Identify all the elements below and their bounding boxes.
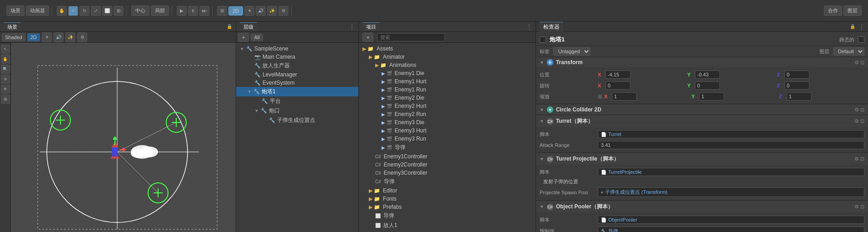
component-header-turret[interactable]: ▼ C# Turret（脚本） ⚙ ⊡ <box>536 116 868 127</box>
hierarchy-tab[interactable]: 层级 <box>240 22 257 31</box>
project-item-missile_prefab[interactable]: ⬜导弹 <box>359 211 536 221</box>
hierarchy-item-spawn-point[interactable]: 🔧子弹生成位置点 <box>236 116 358 125</box>
grid-tool[interactable]: ⊞ <box>1 95 10 104</box>
static-checkbox[interactable] <box>858 36 864 43</box>
y-field-transform-1[interactable] <box>695 81 720 90</box>
hierarchy-add-btn[interactable]: + <box>238 33 249 42</box>
hand-tool[interactable]: ✋ <box>57 6 67 16</box>
hand2-tool[interactable]: ✋ <box>1 55 10 64</box>
x-field-transform-0[interactable] <box>605 71 630 79</box>
comp-settings-turret[interactable]: ⚙ ⊡ <box>854 118 864 124</box>
project-item-enemy1die[interactable]: ▶ 🎬Enemy1 Die <box>359 69 536 77</box>
project-item-prefabs[interactable]: ▶ 📁Prefabs <box>359 203 536 211</box>
scene-tab[interactable]: 场景 <box>6 5 25 16</box>
hier-arrow-sample-scene[interactable]: ▼ <box>240 46 244 51</box>
project-item-enemy3die[interactable]: ▶ 🎬Enemy3 Die <box>359 118 536 126</box>
center-btn[interactable]: 中心 <box>131 5 149 16</box>
hier-arrow-cannon[interactable]: ▼ <box>254 108 259 113</box>
grid-icon[interactable]: ⊞ <box>217 6 227 16</box>
rotate-tool[interactable]: ↻ <box>79 6 89 16</box>
project-tab[interactable]: 项目 <box>362 22 380 31</box>
project-item-enemy1hurt[interactable]: ▶ 🎬Enemy1 Hurt <box>359 77 536 86</box>
component-header-transform[interactable]: ▼ ⊕ Transform ⚙ ⊡ <box>536 57 868 67</box>
play-btn[interactable]: ▶ <box>177 6 187 16</box>
hierarchy-item-sample-scene[interactable]: ▼🔧SampleScene <box>236 45 358 53</box>
rect-tool[interactable]: ⬜ <box>102 6 112 16</box>
gizmos-icon[interactable]: ⚙ <box>278 6 288 16</box>
move-tool[interactable]: ✛ <box>68 6 78 16</box>
hierarchy-item-turret1[interactable]: ▼🔧炮塔1 <box>236 87 358 96</box>
pause-btn[interactable]: ⏸ <box>188 6 198 16</box>
obj-ref-turret-projectile-0[interactable]: 📄 TurretProjectile <box>598 168 864 176</box>
hier-arrow-turret1[interactable]: ▼ <box>247 89 252 94</box>
project-content[interactable]: ▶ 📁Assets▶ 📁Animator▶ 📁Animations▶ 🎬Enem… <box>359 43 536 232</box>
y-field-transform-0[interactable] <box>695 71 720 79</box>
project-item-animator[interactable]: ▶ 📁Animator <box>359 53 536 61</box>
local-btn[interactable]: 局部 <box>151 5 169 16</box>
project-item-enemy2_prefab[interactable]: ⬜故人2 <box>359 230 536 232</box>
hierarchy-item-event-system[interactable]: 🔧EventSystem <box>236 79 358 87</box>
object-active-checkbox[interactable] <box>540 36 546 43</box>
project-item-enemy1_prefab[interactable]: ⬜故人1 <box>359 221 536 230</box>
project-item-missile[interactable]: ▶ 🎬导弹 <box>359 143 536 152</box>
project-item-enemy3controller[interactable]: C#Enemy3Controller <box>359 169 536 177</box>
move2-tool[interactable]: ✛ <box>1 75 10 84</box>
scene-gizmo-icon[interactable]: ⚙ <box>77 32 87 42</box>
step-btn[interactable]: ⏭ <box>199 6 209 16</box>
comp-settings-object-pooler[interactable]: ⚙ ⊡ <box>854 204 864 210</box>
hierarchy-menu-icon[interactable]: ⋮ <box>349 24 355 30</box>
z-field-transform-1[interactable] <box>784 81 809 90</box>
component-header-circle-collider[interactable]: ▼ ● Circle Collider 2D ⚙ ⊡ <box>536 105 868 115</box>
effects-icon[interactable]: ✨ <box>267 6 277 16</box>
scene-view-area[interactable] <box>13 43 236 232</box>
project-menu-icon[interactable]: ⋮ <box>526 24 532 30</box>
2d-view-btn[interactable]: 2D <box>27 33 40 41</box>
project-item-enemy3hurt[interactable]: ▶ 🎬Enemy3 Hurt <box>359 126 536 135</box>
hierarchy-item-cannon[interactable]: ▼🔧炮口 <box>236 106 358 116</box>
project-item-enemy1controller[interactable]: C#Enemy1Controller <box>359 152 536 161</box>
shaded-btn[interactable]: Shaded <box>2 33 25 41</box>
y-field-transform-2[interactable] <box>699 92 724 101</box>
hierarchy-item-main-camera[interactable]: 📷Main Camera <box>236 53 358 61</box>
obj-ref-turret-0[interactable]: 📄 Turret <box>598 130 864 138</box>
z-field-transform-0[interactable] <box>784 71 809 79</box>
scene-fx-icon[interactable]: ✨ <box>65 32 75 42</box>
project-item-enemy2controller[interactable]: C#Enemy2Controller <box>359 161 536 169</box>
z-field-transform-2[interactable] <box>787 92 812 101</box>
project-item-enemy2hurt[interactable]: ▶ 🎬Enemy2 Hurt <box>359 102 536 110</box>
hierarchy-item-platform[interactable]: 🔧平台 <box>236 96 358 106</box>
component-header-turret-projectile[interactable]: ▼ C# Turret Projectile（脚本） ⚙ ⊡ <box>536 153 868 165</box>
project-item-fonts[interactable]: ▶ 📁Fonts <box>359 195 536 203</box>
collab-btn[interactable]: 合作 <box>824 5 842 16</box>
project-item-enemy2die[interactable]: ▶ 🎬Enemy2 Die <box>359 94 536 102</box>
audio-icon[interactable]: 🔊 <box>256 6 266 16</box>
project-item-animations[interactable]: ▶ 📁Animations <box>359 61 536 69</box>
mode-2d-btn[interactable]: 2D <box>228 6 243 15</box>
inspector-tab[interactable]: 检查器 <box>540 22 563 32</box>
obj-ref-turret-projectile-2[interactable]: ♦ 子弹生成位置点 (Transform) <box>598 187 864 197</box>
animator-tab[interactable]: 动画器 <box>26 5 49 16</box>
project-item-assets[interactable]: ▶ 📁Assets <box>359 45 536 53</box>
value-field-turret-1[interactable] <box>598 141 864 149</box>
hierarchy-item-enemy-spawner[interactable]: 🔧故人生产器 <box>236 61 358 71</box>
combo-tool[interactable]: ⊞ <box>114 6 124 16</box>
scene-audio-icon[interactable]: 🔊 <box>54 32 64 42</box>
layers-btn[interactable]: 图层 <box>843 5 862 16</box>
tag-dropdown[interactable]: Untagged <box>553 47 590 55</box>
project-search-input[interactable] <box>377 33 445 41</box>
comp-settings-turret-projectile[interactable]: ⚙ ⊡ <box>854 156 864 162</box>
cursor-tool[interactable]: ↖ <box>1 45 10 54</box>
project-item-editor[interactable]: ▶ 📁Editor <box>359 187 536 195</box>
hierarchy-all-dropdown[interactable]: All <box>251 34 263 41</box>
scene-tab[interactable]: 场景 <box>4 22 21 31</box>
component-header-object-pooler[interactable]: ▼ C# Object Pooler（脚本） ⚙ ⊡ <box>536 201 868 212</box>
comp-settings-circle-collider[interactable]: ⚙ ⊡ <box>854 107 864 113</box>
project-item-enemy3run[interactable]: ▶ 🎬Enemy3 Run <box>359 135 536 143</box>
x-field-transform-2[interactable] <box>612 92 637 101</box>
obj-ref-object-pooler-1[interactable]: 🔧 导弹 <box>598 227 864 232</box>
project-item-enemy2run[interactable]: ▶ 🎬Enemy2 Run <box>359 110 536 118</box>
layer-dropdown[interactable]: Default <box>833 47 864 55</box>
project-item-enemy1run[interactable]: ▶ 🎬Enemy1 Run <box>359 86 536 94</box>
project-add-btn[interactable]: + <box>362 33 373 42</box>
project-item-missile2[interactable]: C#导弹 <box>359 177 536 187</box>
